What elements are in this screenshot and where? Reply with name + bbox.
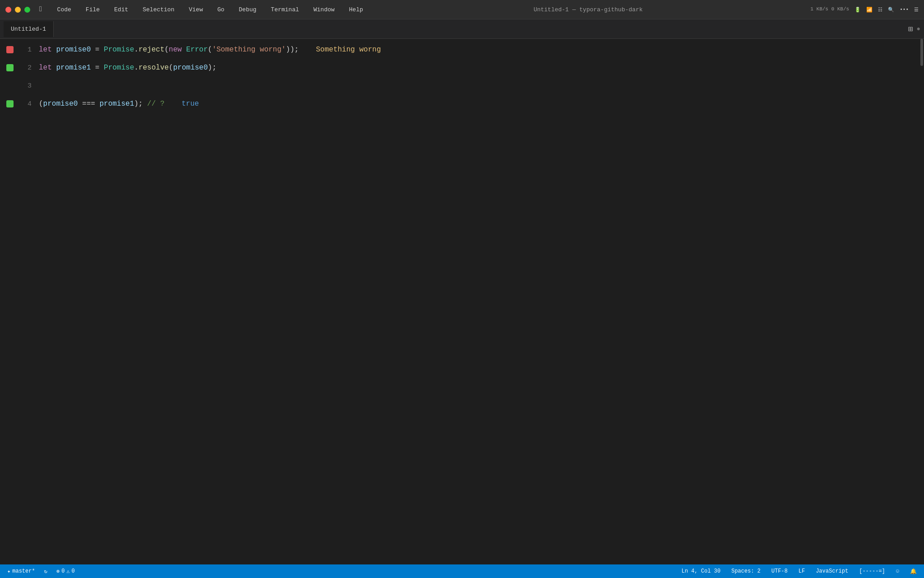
warning-count: 0 xyxy=(72,568,75,574)
menu-selection[interactable]: Selection xyxy=(140,5,177,14)
code-lines: 1 let promise0 = Promise.reject(new Erro… xyxy=(0,39,924,115)
close-button[interactable] xyxy=(5,7,11,13)
window-title: Untitled-1 — typora-github-dark xyxy=(375,6,802,13)
feedback-icon[interactable]: ☺ xyxy=(894,568,901,574)
cursor-position[interactable]: Ln 4, Col 30 xyxy=(680,568,722,574)
code-line-4[interactable]: (promise0 === promise1); // ? true xyxy=(39,100,924,108)
indent-text: [-----=] xyxy=(859,568,885,574)
menu-file[interactable]: File xyxy=(83,5,102,14)
table-row: 2 let promise1 = Promise.resolve(promise… xyxy=(0,59,924,77)
menu-terminal[interactable]: Terminal xyxy=(268,5,301,14)
network-info: 1 KB/s 0 KB/s xyxy=(810,6,849,12)
git-icon: ✦ xyxy=(7,568,10,575)
apple-icon:  xyxy=(39,5,44,14)
menu-bar:  Code File Edit Selection View Go Debug… xyxy=(0,0,924,19)
editor-area: 1 let promise0 = Promise.reject(new Erro… xyxy=(0,39,924,564)
error-count: 0 xyxy=(61,568,65,574)
menu-edit[interactable]: Edit xyxy=(111,5,131,14)
error-indicator xyxy=(6,46,14,53)
encoding[interactable]: UTF-8 xyxy=(770,568,790,574)
line-number-1: 1 xyxy=(16,46,39,54)
ok-indicator xyxy=(6,64,14,71)
language-text: JavaScript xyxy=(816,568,848,574)
system-status: 1 KB/s 0 KB/s 🔋 📶 ☷ 🔍 ••• ☰ xyxy=(810,6,919,12)
eol[interactable]: LF xyxy=(797,568,807,574)
smiley-icon: ☺ xyxy=(896,568,899,574)
branch-name: master* xyxy=(12,568,35,574)
vertical-scrollbar[interactable] xyxy=(918,39,924,564)
wifi-icon: 📶 xyxy=(866,7,873,13)
maximize-button[interactable] xyxy=(24,7,30,13)
tab-untitled-1[interactable]: Untitled-1 xyxy=(4,21,54,37)
menu-debug[interactable]: Debug xyxy=(236,5,259,14)
line-number-2: 2 xyxy=(16,64,39,72)
more-icon[interactable]: ••• xyxy=(900,7,909,12)
notification-icon[interactable]: 🔔 xyxy=(908,568,919,575)
bullet-list-icon[interactable]: ☰ xyxy=(914,7,919,13)
tab-label: Untitled-1 xyxy=(11,26,46,33)
line-indicator-1 xyxy=(4,46,16,53)
traffic-lights xyxy=(5,7,30,13)
indentation[interactable]: Spaces: 2 xyxy=(730,568,762,574)
battery-icon: 🔋 xyxy=(855,7,861,13)
language-mode[interactable]: JavaScript xyxy=(814,568,850,574)
indent-display[interactable]: [-----=] xyxy=(857,568,887,574)
menu-window[interactable]: Window xyxy=(311,5,337,14)
menu-view[interactable]: View xyxy=(186,5,205,14)
tab-bar: Untitled-1 ⊞ ● xyxy=(0,19,924,39)
line-number-3: 3 xyxy=(16,82,39,90)
menu-go[interactable]: Go xyxy=(215,5,227,14)
spaces-text: Spaces: 2 xyxy=(731,568,761,574)
control-center-icon[interactable]: ☷ xyxy=(878,7,882,13)
menu-help[interactable]: Help xyxy=(346,5,366,14)
line-indicator-4 xyxy=(4,100,16,107)
table-row: 4 (promise0 === promise1); // ? true xyxy=(0,95,924,113)
ok-indicator-4 xyxy=(6,100,14,107)
split-editor-icon[interactable]: ⊞ xyxy=(908,24,913,34)
warning-icon: ⚠ xyxy=(66,568,69,575)
status-left: ✦ master* ↻ ⊗ 0 ⚠ 0 xyxy=(5,568,77,575)
editor-main[interactable]: 1 let promise0 = Promise.reject(new Erro… xyxy=(0,39,924,564)
bell-icon: 🔔 xyxy=(910,568,917,575)
eol-text: LF xyxy=(799,568,805,574)
status-bar: ✦ master* ↻ ⊗ 0 ⚠ 0 Ln 4, Col 30 Spaces:… xyxy=(0,564,924,578)
error-icon: ⊗ xyxy=(56,568,60,575)
status-right: Ln 4, Col 30 Spaces: 2 UTF-8 LF JavaScri… xyxy=(680,568,919,575)
encoding-text: UTF-8 xyxy=(772,568,788,574)
sync-button[interactable]: ↻ xyxy=(42,568,49,575)
code-line-1[interactable]: let promise0 = Promise.reject(new Error(… xyxy=(39,46,924,54)
menu-code[interactable]: Code xyxy=(55,5,74,14)
sync-icon: ↻ xyxy=(44,568,47,575)
table-row: 1 let promise0 = Promise.reject(new Erro… xyxy=(0,41,924,59)
code-line-2[interactable]: let promise1 = Promise.resolve(promise0)… xyxy=(39,64,924,72)
tab-bar-actions: ⊞ ● xyxy=(908,24,920,34)
line-indicator-2 xyxy=(4,64,16,71)
position-text: Ln 4, Col 30 xyxy=(682,568,721,574)
errors-count[interactable]: ⊗ 0 ⚠ 0 xyxy=(55,568,77,575)
table-row: 3 xyxy=(0,77,924,95)
broadcast-icon[interactable]: ● xyxy=(917,25,920,33)
scrollbar-thumb[interactable] xyxy=(920,39,923,66)
minimize-button[interactable] xyxy=(15,7,21,13)
git-branch[interactable]: ✦ master* xyxy=(5,568,37,575)
line-number-4: 4 xyxy=(16,100,39,108)
spotlight-icon[interactable]: 🔍 xyxy=(888,7,894,13)
